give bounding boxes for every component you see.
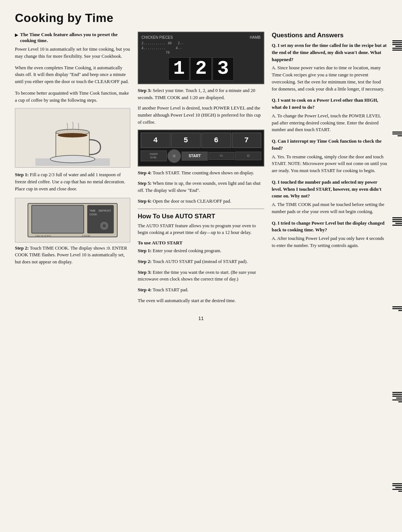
svg-text:TIME: TIME bbox=[89, 209, 96, 212]
to-use-label: To use AUTO START bbox=[138, 240, 264, 246]
left-column: ▸ The Time Cook feature allows you to pr… bbox=[15, 32, 130, 308]
qa-answer: A. Yes. To resume cooking, simply close … bbox=[272, 153, 387, 174]
auto-step1: Step 1: Enter your desired cooking progr… bbox=[138, 247, 264, 254]
cup-illustration bbox=[15, 108, 130, 168]
intro-p2: When the oven completes Time Cooking, it… bbox=[15, 64, 130, 85]
middle-column: CHICKEN PIECES HAMB 2........... 40 2.- … bbox=[138, 32, 264, 308]
svg-point-15 bbox=[103, 224, 106, 227]
qa-title: Questions and Answers bbox=[272, 32, 387, 39]
page-number: 11 bbox=[15, 316, 387, 321]
auto-start-intro: The AUTO START feature allows you to pro… bbox=[138, 222, 264, 237]
qa-answer: A. After touching Power Level pad you on… bbox=[272, 235, 387, 249]
step4-text: Step 4: Touch START. Time counting down … bbox=[138, 170, 264, 177]
auto-outro: The oven will automatically start at the… bbox=[138, 297, 264, 304]
svg-text:ON SLICES: ON SLICES bbox=[35, 234, 51, 238]
step3-extra: If another Power Level is desired, touch… bbox=[138, 105, 264, 126]
step2-caption: Step 2: Touch TIME COOK. The display sho… bbox=[15, 245, 130, 266]
intro-bold-text: ▸ The Time Cook feature allows you to pr… bbox=[15, 32, 130, 44]
step1-caption: Step 1: Fill a cup 2/3 full of water and… bbox=[15, 171, 130, 192]
right-column: Questions and Answers Q. I set my oven f… bbox=[272, 32, 387, 308]
auto-start-title: How To Use AUTO START bbox=[138, 213, 264, 220]
qa-question: Q. I want to cook on a Power Level other… bbox=[272, 97, 387, 111]
svg-point-5 bbox=[50, 155, 95, 163]
qa-answer: A. To change the Power Level, touch the … bbox=[272, 113, 387, 133]
svg-point-4 bbox=[58, 133, 87, 137]
qa-answer: A. Since house power varies due to time … bbox=[272, 64, 387, 92]
step5-text: Step 5: When time is up, the oven sounds… bbox=[138, 180, 264, 194]
auto-step4: Step 4: Touch START pad. bbox=[138, 286, 264, 294]
qa-item: Q. I tried to change Power Level but the… bbox=[272, 220, 387, 249]
page-edge-decoration bbox=[391, 0, 402, 532]
qa-item: Q. I touched the number pads and selecte… bbox=[272, 179, 387, 215]
step6-text: Step 6: Open the door or touch CLEAR/OFF… bbox=[138, 198, 264, 205]
qa-question: Q. I set my oven for the time called for… bbox=[272, 42, 387, 63]
qa-question: Q. I touched the number pads and selecte… bbox=[272, 179, 387, 200]
svg-rect-7 bbox=[32, 205, 84, 233]
step3-text: Step 3: Select your time. Touch 1, 2, an… bbox=[138, 87, 264, 101]
qa-item: Q. I want to cook on a Power Level other… bbox=[272, 97, 387, 133]
keypad-display: 4 5 6 7 DWEREVEL ◎ START CL O bbox=[138, 130, 264, 167]
chicken-display: CHICKEN PIECES HAMB 2........... 40 2.- … bbox=[138, 32, 264, 84]
qa-list: Q. I set my oven for the time called for… bbox=[272, 42, 387, 249]
qa-answer: A. The TIME COOK pad must be touched bef… bbox=[272, 201, 387, 215]
svg-text:COOK: COOK bbox=[89, 213, 97, 216]
auto-step3: Step 3: Enter the time you want the oven… bbox=[138, 269, 264, 283]
bullet-icon: ▸ bbox=[15, 32, 18, 38]
qa-item: Q. Can I interrupt my Time Cook function… bbox=[272, 138, 387, 174]
qa-question: Q. Can I interrupt my Time Cook function… bbox=[272, 138, 387, 152]
intro-p1: Power Level 10 is automatically set for … bbox=[15, 46, 130, 60]
oven-illustration: TIME COOK DEFROST ON SLICES CODE bbox=[15, 198, 130, 243]
svg-text:DEFROST: DEFROST bbox=[99, 209, 111, 212]
qa-item: Q. I set my oven for the time called for… bbox=[272, 42, 387, 92]
intro-p3: To become better acquainted with Time Co… bbox=[15, 90, 130, 104]
svg-text:CODE: CODE bbox=[82, 234, 90, 238]
auto-step2: Step 2: Touch AUTO START pad (instead of… bbox=[138, 258, 264, 265]
page-title: Cooking by Time bbox=[15, 11, 387, 25]
qa-question: Q. I tried to change Power Level but the… bbox=[272, 220, 387, 234]
